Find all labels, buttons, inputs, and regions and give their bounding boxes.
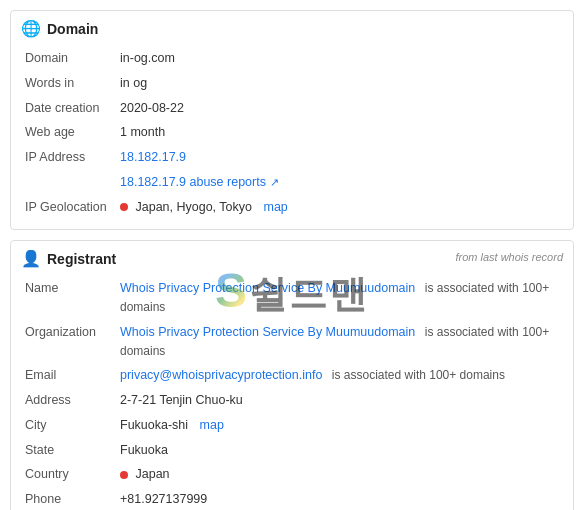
domain-section: 🌐 Domain Domain in-og.com Words in in og… (10, 10, 574, 230)
address-label: Address (21, 388, 116, 413)
domain-title-label: Domain (47, 21, 98, 37)
email-value: privacy@whoisprivacyprotection.info is a… (116, 363, 563, 388)
date-creation-value: 2020-08-22 (116, 96, 563, 121)
table-row: Organization Whois Privacy Protection Se… (21, 320, 563, 364)
org-value: Whois Privacy Protection Service By Muum… (116, 320, 563, 364)
registrant-icon: 👤 (21, 249, 41, 268)
table-row: IP Geolocation Japan, Hyogo, Tokyo map (21, 195, 563, 220)
abuse-link[interactable]: 18.182.17.9 abuse reports (120, 173, 266, 192)
abuse-value: 18.182.17.9 abuse reports ↗ (116, 170, 563, 195)
registrant-title-label: Registrant (47, 251, 116, 267)
table-row: IP Address 18.182.17.9 (21, 145, 563, 170)
geo-text: Japan, Hyogo, Tokyo (135, 200, 252, 214)
name-label: Name (21, 276, 116, 320)
domain-value: in-og.com (116, 46, 563, 71)
email-link[interactable]: privacy@whoisprivacyprotection.info (120, 368, 322, 382)
city-value: Fukuoka-shi map (116, 413, 563, 438)
words-label: Words in (21, 71, 116, 96)
table-row: Name Whois Privacy Protection Service By… (21, 276, 563, 320)
table-row: 18.182.17.9 abuse reports ↗ (21, 170, 563, 195)
abuse-label-empty (21, 170, 116, 195)
address-value: 2-7-21 Tenjin Chuo-ku (116, 388, 563, 413)
email-associated: is associated with 100+ domains (332, 368, 505, 382)
table-row: Date creation 2020-08-22 (21, 96, 563, 121)
table-row: Domain in-og.com (21, 46, 563, 71)
country-text: Japan (135, 467, 169, 481)
org-label: Organization (21, 320, 116, 364)
org-link[interactable]: Whois Privacy Protection Service By Muum… (120, 325, 415, 339)
table-row: Web age 1 month (21, 120, 563, 145)
table-row: Country Japan (21, 462, 563, 487)
table-row: Words in in og (21, 71, 563, 96)
web-age-label: Web age (21, 120, 116, 145)
state-value: Fukuoka (116, 438, 563, 463)
name-link[interactable]: Whois Privacy Protection Service By Muum… (120, 281, 415, 295)
from-record-label: from last whois record (455, 251, 563, 263)
geo-value: Japan, Hyogo, Tokyo map (116, 195, 563, 220)
registrant-table: Name Whois Privacy Protection Service By… (21, 276, 563, 510)
country-value: Japan (116, 462, 563, 487)
state-label: State (21, 438, 116, 463)
phone-value: +81.927137999 (116, 487, 563, 510)
email-label: Email (21, 363, 116, 388)
geo-map-link[interactable]: map (263, 200, 287, 214)
red-dot-icon (120, 203, 128, 211)
domain-icon: 🌐 (21, 19, 41, 38)
city-map-link[interactable]: map (200, 418, 224, 432)
ip-value: 18.182.17.9 (116, 145, 563, 170)
table-row: Address 2-7-21 Tenjin Chuo-ku (21, 388, 563, 413)
domain-section-title: 🌐 Domain (21, 19, 563, 38)
date-creation-label: Date creation (21, 96, 116, 121)
table-row: Phone +81.927137999 (21, 487, 563, 510)
city-label: City (21, 413, 116, 438)
country-dot-icon (120, 471, 128, 479)
abuse-row: 18.182.17.9 abuse reports ↗ (120, 173, 559, 192)
table-row: Email privacy@whoisprivacyprotection.inf… (21, 363, 563, 388)
table-row: City Fukuoka-shi map (21, 413, 563, 438)
geo-label: IP Geolocation (21, 195, 116, 220)
registrant-section: 👤 Registrant from last whois record Name… (10, 240, 574, 510)
city-text: Fukuoka-shi (120, 418, 188, 432)
phone-label: Phone (21, 487, 116, 510)
domain-label: Domain (21, 46, 116, 71)
web-age-value: 1 month (116, 120, 563, 145)
name-value: Whois Privacy Protection Service By Muum… (116, 276, 563, 320)
words-value: in og (116, 71, 563, 96)
ip-label: IP Address (21, 145, 116, 170)
external-link-icon: ↗ (270, 174, 279, 191)
table-row: State Fukuoka (21, 438, 563, 463)
domain-table: Domain in-og.com Words in in og Date cre… (21, 46, 563, 219)
country-label: Country (21, 462, 116, 487)
ip-link[interactable]: 18.182.17.9 (120, 150, 186, 164)
